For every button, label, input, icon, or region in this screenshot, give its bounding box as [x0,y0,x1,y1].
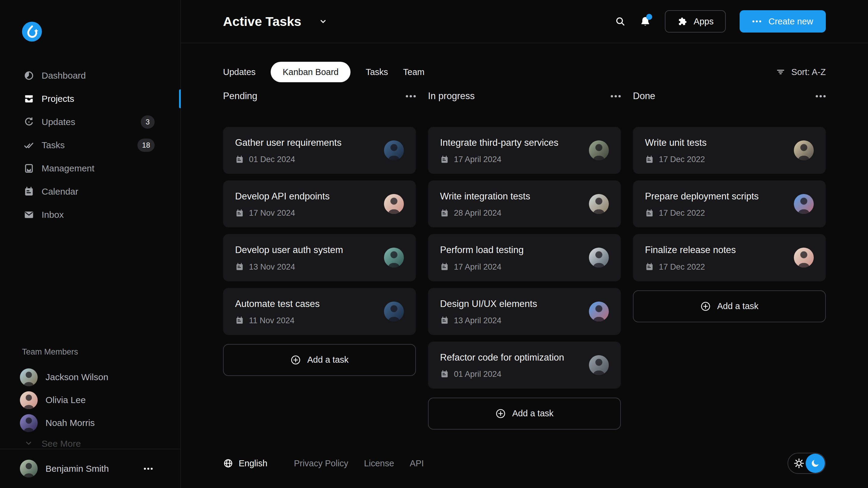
task-card[interactable]: Perform load testing 17 April 2024 [428,234,621,281]
view-tabs: Updates Kanban Board Tasks Team [223,62,425,82]
assignee-avatar [589,140,609,160]
column-header: Pending [223,90,416,102]
task-title: Develop API endpoints [235,191,404,202]
assignee-avatar [589,301,609,321]
assignee-avatar [794,194,814,214]
team-members-heading: Team Members [0,347,181,357]
task-title: Prepare deployment scripts [645,191,814,202]
add-task-button[interactable]: Add a task [428,398,621,429]
task-card[interactable]: Gather user requirements 01 Dec 2024 [223,127,416,174]
task-card[interactable]: Finalize release notes 17 Dec 2022 [633,234,826,281]
puzzle-icon [677,16,687,27]
task-card[interactable]: Refactor code for optimization 01 April … [428,341,621,389]
column-menu-ellipsis-icon[interactable] [815,95,826,98]
main-area: Active Tasks Apps Create new [181,0,868,488]
sidebar-item-tasks[interactable]: Tasks 18 [0,133,181,157]
tab-team[interactable]: Team [403,67,425,77]
team-member-olivia-lee[interactable]: Olivia Lee [0,389,181,412]
sidebar-item-management[interactable]: Management [0,157,181,180]
link-privacy-policy[interactable]: Privacy Policy [294,458,348,468]
assignee-avatar [384,248,404,267]
calendar-icon [235,209,244,218]
task-title: Perform load testing [440,244,609,255]
app-logo[interactable] [22,22,42,41]
link-api[interactable]: API [410,458,424,468]
ellipsis-icon [752,20,761,23]
task-due-date: 17 April 2024 [440,155,609,164]
task-card[interactable]: Integrate third-party services 17 April … [428,127,621,174]
add-task-button[interactable]: Add a task [633,290,826,322]
language-label: English [239,458,267,468]
notification-dot-badge [646,14,652,20]
tab-updates[interactable]: Updates [223,67,255,77]
sidebar-item-inbox[interactable]: Inbox [0,203,181,226]
task-card[interactable]: Prepare deployment scripts 17 Dec 2022 [633,181,826,227]
task-card[interactable]: Write unit tests 17 Dec 2022 [633,127,826,174]
column-menu-ellipsis-icon[interactable] [611,95,621,98]
sort-control[interactable]: Sort: A-Z [776,67,826,77]
sun-icon [793,458,805,469]
add-task-label: Add a task [512,409,553,418]
task-card[interactable]: Develop API endpoints 17 Nov 2024 [223,181,416,227]
apps-button[interactable]: Apps [665,10,726,33]
team-member-name: Noah Morris [45,418,95,428]
link-license[interactable]: License [364,458,394,468]
team-member-noah-morris[interactable]: Noah Morris [0,412,181,434]
sidebar-item-projects[interactable]: Projects [0,87,181,110]
sidebar-item-calendar[interactable]: Calendar [0,180,181,203]
sidebar: Dashboard Projects Updates 3 Tasks 18 [0,0,181,488]
notifications-bell-icon[interactable] [640,16,651,27]
due-date-text: 01 April 2024 [454,369,501,379]
search-icon[interactable] [615,16,626,27]
title-chevron-down-icon[interactable] [318,17,328,26]
task-due-date: 17 Nov 2024 [235,208,404,218]
due-date-text: 13 Nov 2024 [249,262,295,272]
team-member-name: Olivia Lee [45,395,86,405]
task-card[interactable]: Write integration tests 28 April 2024 [428,181,621,227]
sidebar-item-dashboard[interactable]: Dashboard [0,64,181,87]
calendar-icon [645,262,654,271]
add-task-button[interactable]: Add a task [223,344,416,376]
calendar-icon [645,209,654,218]
task-due-date: 01 April 2024 [440,369,609,379]
globe-icon [223,458,233,468]
due-date-text: 28 April 2024 [454,208,501,218]
tab-kanban-board[interactable]: Kanban Board [271,62,350,82]
sidebar-item-label: Inbox [41,210,64,220]
see-more-button[interactable]: See More [0,438,181,449]
task-due-date: 01 Dec 2024 [235,155,404,164]
calendar-icon [440,209,449,218]
page-title: Active Tasks [223,14,301,29]
task-title: Integrate third-party services [440,137,609,148]
team-member-jackson-wilson[interactable]: Jackson Wilson [0,366,181,389]
theme-toggle[interactable] [787,453,826,474]
inbox-mail-icon [24,209,34,220]
current-user-name: Benjamin Smith [45,464,109,474]
projects-inbox-icon [24,93,34,104]
tasks-count-badge: 18 [137,138,155,152]
column-menu-ellipsis-icon[interactable] [406,95,416,98]
updates-count-badge: 3 [141,116,155,129]
task-due-date: 17 Dec 2022 [645,262,814,272]
card-list: Gather user requirements 01 Dec 2024 Dev… [223,127,416,335]
due-date-text: 11 Nov 2024 [249,316,294,325]
user-menu-ellipsis-icon[interactable] [144,467,153,470]
task-card[interactable]: Design UI/UX elements 13 April 2024 [428,288,621,335]
footer-links: Privacy Policy License API [294,458,424,468]
filter-icon [776,67,785,77]
create-new-button[interactable]: Create new [740,10,826,33]
apps-button-label: Apps [694,17,714,27]
task-due-date: 17 April 2024 [440,262,609,272]
avatar [20,460,38,478]
language-selector[interactable]: English [223,458,267,468]
current-user-row[interactable]: Benjamin Smith [0,449,181,488]
moon-icon [810,458,820,468]
sidebar-item-updates[interactable]: Updates 3 [0,110,181,133]
management-tray-icon [24,163,34,174]
assignee-avatar [589,194,609,214]
task-card[interactable]: Develop user auth system 13 Nov 2024 [223,234,416,281]
assignee-avatar [384,194,404,214]
tab-tasks[interactable]: Tasks [366,67,388,77]
task-title: Finalize release notes [645,244,814,255]
task-card[interactable]: Automate test cases 11 Nov 2024 [223,288,416,335]
